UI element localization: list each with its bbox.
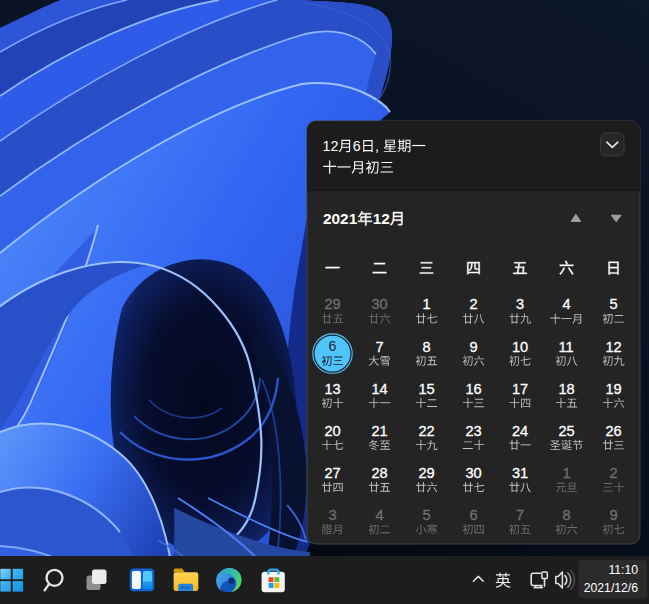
- svg-text:13: 13: [324, 381, 340, 397]
- svg-text:3: 3: [328, 507, 336, 523]
- svg-text:23: 23: [465, 423, 481, 439]
- svg-text:20: 20: [324, 423, 340, 439]
- svg-text:2021: 2021: [323, 210, 358, 227]
- svg-text:16: 16: [465, 381, 481, 397]
- svg-text:29: 29: [324, 296, 340, 312]
- svg-text:5: 5: [609, 296, 617, 312]
- svg-text:15: 15: [418, 381, 434, 397]
- svg-text:10: 10: [512, 339, 528, 355]
- svg-text:21: 21: [371, 423, 387, 439]
- svg-text:6: 6: [353, 138, 361, 154]
- svg-text:2: 2: [469, 296, 477, 312]
- svg-text:12: 12: [605, 339, 621, 355]
- svg-text:30: 30: [465, 465, 481, 481]
- svg-text:3: 3: [516, 296, 524, 312]
- svg-text:7: 7: [516, 507, 524, 523]
- svg-text:22: 22: [418, 423, 434, 439]
- svg-text:9: 9: [469, 339, 477, 355]
- svg-text:6: 6: [329, 338, 337, 354]
- svg-text:18: 18: [558, 381, 574, 397]
- svg-text:,: ,: [375, 138, 379, 154]
- svg-text:4: 4: [375, 507, 383, 523]
- svg-text:2: 2: [609, 465, 617, 481]
- svg-text:12: 12: [373, 210, 390, 227]
- svg-text:2021/12/6: 2021/12/6: [584, 581, 638, 595]
- svg-text:9: 9: [609, 507, 617, 523]
- svg-text:4: 4: [562, 296, 570, 312]
- svg-text:26: 26: [605, 423, 621, 439]
- svg-text:8: 8: [562, 507, 570, 523]
- svg-text:17: 17: [512, 381, 528, 397]
- svg-text:14: 14: [371, 381, 387, 397]
- svg-text:24: 24: [512, 423, 528, 439]
- svg-text:29: 29: [418, 465, 434, 481]
- svg-text:19: 19: [605, 381, 621, 397]
- svg-text:12: 12: [323, 138, 339, 154]
- svg-text:1: 1: [562, 465, 570, 481]
- svg-text:6: 6: [469, 507, 477, 523]
- svg-text:27: 27: [324, 465, 340, 481]
- svg-text:28: 28: [371, 465, 387, 481]
- svg-text:31: 31: [512, 465, 528, 481]
- svg-text:7: 7: [375, 339, 383, 355]
- svg-text:25: 25: [558, 423, 574, 439]
- svg-text:11:10: 11:10: [608, 563, 638, 577]
- svg-text:8: 8: [422, 339, 430, 355]
- svg-text:30: 30: [371, 296, 387, 312]
- svg-text:1: 1: [422, 296, 430, 312]
- svg-text:5: 5: [422, 507, 430, 523]
- svg-text:11: 11: [558, 339, 573, 355]
